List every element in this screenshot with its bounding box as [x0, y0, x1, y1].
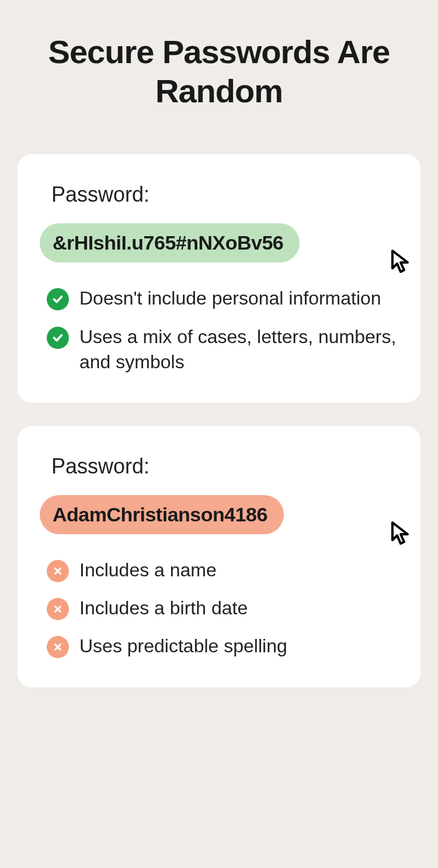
x-icon — [47, 636, 69, 658]
good-feature-list: Doesn't include personal information Use… — [40, 286, 398, 375]
good-password-card: Password: &rHIshiI.u765#nNXoBv56 Doesn't… — [18, 154, 420, 403]
bad-password-card: Password: AdamChristianson4186 Includes … — [18, 426, 420, 687]
bad-password-pill-wrapper: AdamChristianson4186 — [40, 495, 398, 534]
good-feature-item: Doesn't include personal information — [47, 286, 398, 311]
bad-feature-text: Uses predictable spelling — [79, 634, 287, 659]
cursor-icon — [387, 519, 415, 547]
page-title: Secure Passwords Are Random — [18, 32, 420, 110]
bad-feature-text: Includes a birth date — [79, 596, 248, 621]
bad-feature-list: Includes a name Includes a birth date Us… — [40, 558, 398, 659]
bad-password-value: AdamChristianson4186 — [40, 495, 284, 534]
bad-feature-text: Includes a name — [79, 558, 217, 583]
bad-password-label: Password: — [40, 454, 398, 479]
check-icon — [47, 327, 69, 349]
good-password-pill-wrapper: &rHIshiI.u765#nNXoBv56 — [40, 223, 398, 262]
good-feature-item: Uses a mix of cases, letters, numbers, a… — [47, 324, 398, 375]
good-feature-text: Uses a mix of cases, letters, numbers, a… — [79, 324, 398, 375]
x-icon — [47, 560, 69, 582]
bad-feature-item: Includes a name — [47, 558, 398, 583]
good-feature-text: Doesn't include personal information — [79, 286, 381, 311]
x-icon — [47, 598, 69, 620]
bad-feature-item: Uses predictable spelling — [47, 634, 398, 659]
good-password-label: Password: — [40, 182, 398, 207]
check-icon — [47, 288, 69, 310]
cursor-icon — [387, 247, 415, 275]
bad-feature-item: Includes a birth date — [47, 596, 398, 621]
good-password-value: &rHIshiI.u765#nNXoBv56 — [40, 223, 300, 262]
